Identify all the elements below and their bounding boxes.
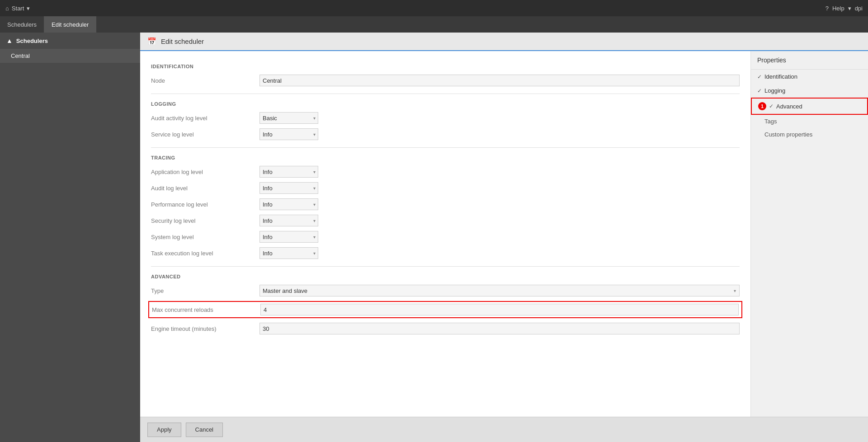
properties-item-logging[interactable]: ✓ Logging — [751, 84, 868, 98]
max-reloads-label: Max concurrent reloads — [152, 306, 260, 313]
edit-panel-title: Edit scheduler — [161, 38, 204, 45]
footer-bar: Apply Cancel — [140, 417, 868, 442]
edit-panel-header: 📅 Edit scheduler — [140, 33, 868, 51]
logging-label: Logging — [764, 87, 785, 94]
perf-log-label: Performance log level — [151, 201, 259, 208]
type-row: Type Master and slave Master only Slave … — [151, 285, 740, 296]
app-log-label: Application log level — [151, 169, 259, 175]
security-log-select[interactable]: InfoDebugWarningError — [259, 215, 318, 226]
audit-activity-select[interactable]: Basic Full Off — [259, 112, 318, 124]
start-button[interactable]: ⌂ Start ▾ — [5, 5, 30, 12]
sidebar-header[interactable]: ▲ Schedulers — [0, 33, 140, 49]
topbar-left: ⌂ Start ▾ — [5, 5, 30, 12]
home-icon: ⌂ — [5, 5, 9, 12]
task-log-select[interactable]: InfoDebugWarningError — [259, 247, 318, 259]
engine-timeout-label: Engine timeout (minutes) — [151, 325, 259, 332]
audit-log-select-wrap: InfoDebugWarningError ▾ — [259, 182, 318, 194]
security-log-select-wrap: InfoDebugWarningError ▾ — [259, 215, 318, 226]
max-reloads-row: Max concurrent reloads — [148, 301, 742, 318]
properties-subitem-custom[interactable]: Custom properties — [751, 128, 868, 141]
service-log-wrap: Info Debug Warning Error ▾ — [259, 128, 740, 140]
help-dropdown-icon: ▾ — [848, 5, 851, 12]
security-log-label: Security log level — [151, 217, 259, 224]
audit-log-select[interactable]: InfoDebugWarningError — [259, 182, 318, 194]
perf-log-wrap: InfoDebugWarningError ▾ — [259, 198, 740, 210]
type-label: Type — [151, 287, 259, 294]
properties-item-advanced[interactable]: 1 ✓ Advanced — [751, 98, 868, 115]
node-label: Node — [151, 77, 259, 84]
identification-section-title: IDENTIFICATION — [151, 64, 740, 69]
task-log-select-wrap: InfoDebugWarningError ▾ — [259, 247, 318, 259]
advanced-check: ✓ — [769, 103, 774, 109]
app-log-wrap: InfoDebugWarningError ▾ — [259, 166, 740, 178]
task-log-row: Task execution log level InfoDebugWarnin… — [151, 247, 740, 259]
properties-item-identification[interactable]: ✓ Identification — [751, 70, 868, 84]
topbar-right: ? Help ▾ dpi — [826, 5, 863, 12]
sidebar-header-label: Schedulers — [16, 38, 48, 44]
breadcrumb-bar: Schedulers Edit scheduler — [0, 16, 868, 33]
app-log-select-wrap: InfoDebugWarningError ▾ — [259, 166, 318, 178]
node-input[interactable] — [259, 75, 740, 86]
properties-panel: Properties ✓ Identification ✓ Logging 1 … — [750, 51, 868, 417]
type-wrap: Master and slave Master only Slave only … — [259, 285, 740, 296]
audit-activity-wrap: Basic Full Off ▾ — [259, 112, 740, 124]
system-log-wrap: InfoDebugWarningError ▾ — [259, 231, 740, 243]
dpi-label: dpi — [855, 5, 863, 12]
audit-activity-row: Audit activity log level Basic Full Off … — [151, 112, 740, 124]
audit-log-row: Audit log level InfoDebugWarningError ▾ — [151, 182, 740, 194]
security-log-wrap: InfoDebugWarningError ▾ — [259, 215, 740, 226]
service-log-row: Service log level Info Debug Warning Err… — [151, 128, 740, 140]
sidebar-item-central[interactable]: Central — [0, 49, 140, 63]
content-with-props: IDENTIFICATION Node LOGGING Audit activi… — [140, 51, 868, 417]
node-input-wrap — [259, 75, 740, 86]
edit-panel: 📅 Edit scheduler IDENTIFICATION Node — [140, 33, 868, 442]
start-dropdown-icon: ▾ — [27, 5, 30, 12]
max-reloads-input[interactable] — [260, 304, 739, 315]
audit-log-label: Audit log level — [151, 185, 259, 192]
engine-timeout-wrap — [259, 323, 740, 334]
breadcrumb-schedulers[interactable]: Schedulers — [0, 16, 44, 33]
audit-activity-select-wrap: Basic Full Off ▾ — [259, 112, 318, 124]
max-reloads-wrap — [260, 304, 739, 315]
engine-timeout-row: Engine timeout (minutes) — [151, 323, 740, 334]
audit-log-wrap: InfoDebugWarningError ▾ — [259, 182, 740, 194]
security-log-row: Security log level InfoDebugWarningError… — [151, 215, 740, 226]
perf-log-select-wrap: InfoDebugWarningError ▾ — [259, 198, 318, 210]
app-log-row: Application log level InfoDebugWarningEr… — [151, 166, 740, 178]
tracing-section-title: TRACING — [151, 155, 740, 160]
system-log-select-wrap: InfoDebugWarningError ▾ — [259, 231, 318, 243]
app-log-select[interactable]: InfoDebugWarningError — [259, 166, 318, 178]
divider-3 — [151, 266, 740, 267]
edit-panel-body: IDENTIFICATION Node LOGGING Audit activi… — [140, 51, 750, 417]
main-layout: ▲ Schedulers Central 📅 Edit scheduler ID… — [0, 33, 868, 442]
help-label[interactable]: Help — [832, 5, 844, 12]
node-row: Node — [151, 75, 740, 86]
apply-button[interactable]: Apply — [147, 423, 181, 437]
logging-check: ✓ — [757, 88, 762, 94]
system-log-row: System log level InfoDebugWarningError ▾ — [151, 231, 740, 243]
advanced-section-title: ADVANCED — [151, 274, 740, 279]
logging-section-title: LOGGING — [151, 101, 740, 107]
topbar: ⌂ Start ▾ ? Help ▾ dpi — [0, 0, 868, 16]
perf-log-select[interactable]: InfoDebugWarningError — [259, 198, 318, 210]
type-select[interactable]: Master and slave Master only Slave only — [259, 285, 740, 296]
service-log-label: Service log level — [151, 131, 259, 138]
advanced-label: Advanced — [776, 103, 802, 110]
sidebar: ▲ Schedulers Central — [0, 33, 140, 442]
identification-check: ✓ — [757, 74, 762, 80]
breadcrumb-edit-scheduler[interactable]: Edit scheduler — [44, 16, 96, 33]
cancel-button[interactable]: Cancel — [186, 423, 223, 437]
system-log-label: System log level — [151, 234, 259, 240]
divider-1 — [151, 94, 740, 94]
scheduler-icon: 📅 — [147, 37, 156, 46]
divider-2 — [151, 147, 740, 148]
type-select-wrap: Master and slave Master only Slave only … — [259, 285, 740, 296]
properties-header: Properties — [751, 51, 868, 70]
sidebar-header-icon: ▲ — [6, 37, 13, 44]
engine-timeout-input[interactable] — [259, 323, 740, 334]
properties-subitem-tags[interactable]: Tags — [751, 115, 868, 128]
service-log-select-wrap: Info Debug Warning Error ▾ — [259, 128, 318, 140]
system-log-select[interactable]: InfoDebugWarningError — [259, 231, 318, 243]
identification-label: Identification — [764, 73, 797, 80]
service-log-select[interactable]: Info Debug Warning Error — [259, 128, 318, 140]
